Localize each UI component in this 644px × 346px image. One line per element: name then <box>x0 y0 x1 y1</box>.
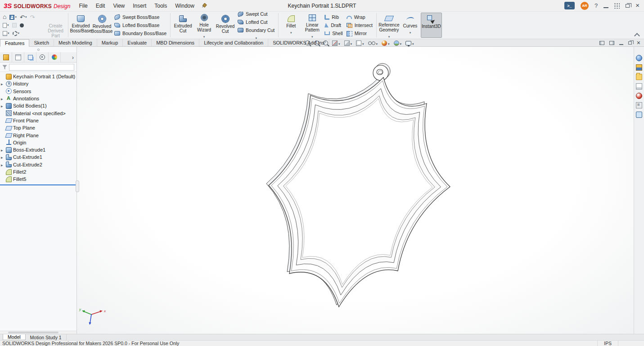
lofted-cut-button[interactable]: Lofted Cut <box>236 18 276 26</box>
intersect-button[interactable]: Intersect <box>345 22 374 29</box>
pin-icon[interactable] <box>200 2 207 9</box>
view-orientation-icon[interactable] <box>344 40 352 46</box>
panel-tabs-overflow-button[interactable] <box>69 52 77 62</box>
orientation-triad[interactable]: x y <box>79 307 106 325</box>
shell-button[interactable]: Shell <box>323 30 344 37</box>
revolved-boss-button[interactable]: Revolved Boss/Base <box>91 13 113 38</box>
extruded-cut-button[interactable]: Extruded Cut <box>172 13 194 38</box>
displaymanager-icon[interactable] <box>49 52 61 62</box>
dropdown-arrow-icon[interactable] <box>412 40 414 46</box>
rebuild-button[interactable] <box>20 23 24 27</box>
zoom-fit-icon[interactable] <box>305 40 310 45</box>
file-explorer-icon[interactable] <box>636 74 642 80</box>
minimize-doc-icon[interactable] <box>619 41 623 45</box>
hide-show-icon[interactable] <box>368 40 378 46</box>
draft-button[interactable]: Draft <box>323 22 344 29</box>
menu-item[interactable]: File <box>75 0 91 12</box>
model-keychain[interactable] <box>266 63 450 307</box>
tree-item[interactable]: Front Plane <box>0 117 77 124</box>
expand-arrow-icon[interactable] <box>1 154 5 160</box>
tree-item[interactable]: Sensors <box>0 88 77 95</box>
tree-item[interactable]: Solid Bodies(1) <box>0 102 77 109</box>
viewport-canvas[interactable]: x y <box>77 47 634 334</box>
fillet-flyout-arrow[interactable] <box>290 30 292 35</box>
motion-study-tab[interactable]: Motion Study 1 <box>26 334 67 340</box>
dock-right-icon[interactable] <box>609 41 614 45</box>
hole-wizard-flyout-arrow[interactable] <box>203 34 205 39</box>
panel-splitter-handle[interactable] <box>76 180 79 192</box>
file-properties-button[interactable] <box>3 31 9 36</box>
dropdown-arrow-icon[interactable] <box>376 40 378 46</box>
reference-geometry-flyout-arrow[interactable] <box>388 34 390 39</box>
close-window-icon[interactable] <box>635 3 639 9</box>
ribbon-tab[interactable]: Mesh Modeling <box>54 39 97 46</box>
ribbon-collapse-button[interactable] <box>634 32 639 37</box>
propertymanager-icon[interactable] <box>12 52 24 62</box>
reference-geometry-button[interactable]: Reference Geometry <box>378 12 400 39</box>
custom-properties-icon[interactable] <box>636 102 642 108</box>
menu-item[interactable]: View <box>109 0 129 12</box>
menu-item[interactable]: Edit <box>92 0 109 12</box>
section-view-icon[interactable] <box>332 40 340 46</box>
display-style-icon[interactable] <box>356 40 364 46</box>
wrap-button[interactable]: Wrap <box>345 13 374 21</box>
panel-horizontal-scrollbar[interactable] <box>0 331 77 334</box>
tree-item[interactable]: Fillet5 <box>0 175 77 183</box>
dropdown-arrow-icon[interactable] <box>362 40 364 46</box>
tree-item[interactable]: Origin <box>0 139 77 146</box>
cut-flyout-arrow[interactable] <box>236 34 276 40</box>
model-view[interactable]: x y <box>77 47 634 334</box>
ribbon-tab[interactable]: Evaluate <box>123 39 152 46</box>
tree-item[interactable]: Material <not specified> <box>0 109 77 117</box>
apps-grid-icon[interactable] <box>614 3 620 9</box>
tree-item[interactable]: Annotations <box>0 95 77 102</box>
appearances-scenes-icon[interactable] <box>636 93 642 99</box>
boundary-boss-button[interactable]: Boundary Boss/Base <box>113 30 168 37</box>
appearance-icon[interactable] <box>382 40 390 46</box>
menu-item[interactable]: Tools <box>150 0 171 12</box>
featuremanager-icon[interactable] <box>0 52 12 62</box>
dock-left-icon[interactable] <box>599 41 604 45</box>
design-library-icon[interactable] <box>636 64 642 71</box>
expand-arrow-icon[interactable] <box>1 103 5 109</box>
instant3d-button[interactable]: Instant3D <box>421 13 442 38</box>
mirror-button[interactable]: Mirror <box>345 30 374 37</box>
fillet-button[interactable]: Fillet <box>280 13 302 38</box>
view-palette-icon[interactable] <box>636 83 642 90</box>
model-tab[interactable]: Model <box>3 334 26 340</box>
previous-view-icon[interactable] <box>323 40 328 45</box>
dropdown-arrow-icon[interactable] <box>351 40 352 46</box>
tree-item[interactable]: Cut-Extrude2 <box>0 161 77 168</box>
breadcrumb[interactable] <box>0 47 77 52</box>
ribbon-tab[interactable]: Sketch <box>29 39 54 46</box>
user-avatar[interactable]: AR <box>581 2 589 10</box>
expand-arrow-icon[interactable] <box>1 81 5 87</box>
tree-item[interactable]: Cut-Extrude1 <box>0 153 77 161</box>
menu-item[interactable]: Insert <box>129 0 150 12</box>
rib-button[interactable]: Rib <box>323 13 344 21</box>
dimxpertmanager-icon[interactable] <box>36 52 49 62</box>
boundary-cut-button[interactable]: Boundary Cut <box>236 26 276 34</box>
units-selector[interactable]: IPS <box>597 341 618 346</box>
minimize-window-icon[interactable] <box>603 4 608 8</box>
linear-pattern-button[interactable]: Linear Pattern <box>302 12 323 39</box>
view-settings-icon[interactable] <box>405 40 414 46</box>
curves-flyout-arrow[interactable] <box>410 30 411 35</box>
scene-icon[interactable] <box>394 40 402 46</box>
restore-window-icon[interactable] <box>626 4 630 8</box>
hole-wizard-button[interactable]: Hole Wizard <box>194 11 215 39</box>
properties-button[interactable] <box>12 23 17 27</box>
undo-button[interactable] <box>20 14 27 21</box>
configurationmanager-icon[interactable] <box>24 52 36 62</box>
tree-root[interactable]: Keychain Portrait 1 (Default) <<D <box>0 73 77 80</box>
tree-item[interactable]: Top Plane <box>0 124 77 131</box>
expand-arrow-icon[interactable] <box>1 162 5 168</box>
dropdown-arrow-icon[interactable] <box>400 40 402 46</box>
tree-item[interactable]: History <box>0 80 77 87</box>
ribbon-tab[interactable]: Features <box>0 39 29 47</box>
rollback-bar[interactable] <box>0 184 77 185</box>
forum-icon[interactable] <box>636 112 642 118</box>
home-icon[interactable] <box>636 55 642 61</box>
tree-filter-input[interactable] <box>9 64 74 71</box>
save-button[interactable] <box>9 15 17 20</box>
